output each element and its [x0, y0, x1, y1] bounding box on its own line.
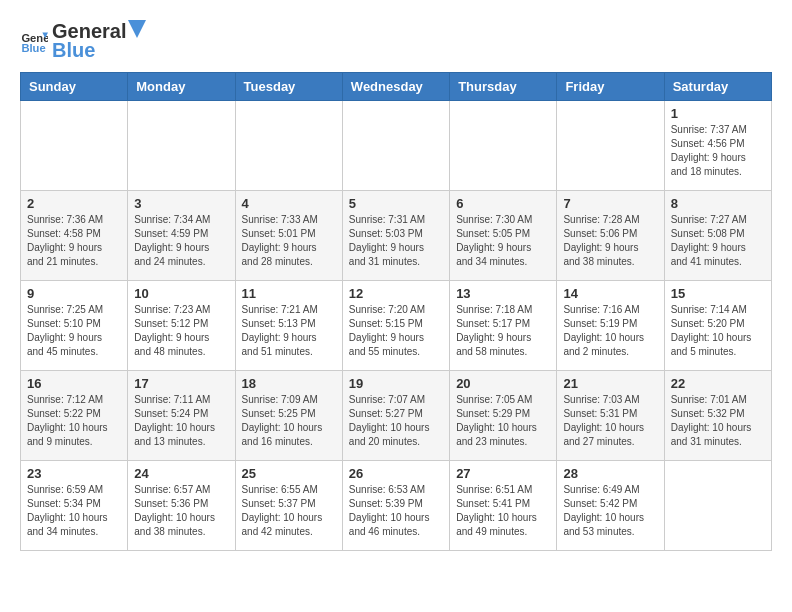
calendar-cell: 7Sunrise: 7:28 AM Sunset: 5:06 PM Daylig…: [557, 191, 664, 281]
day-info: Sunrise: 7:27 AM Sunset: 5:08 PM Dayligh…: [671, 213, 765, 269]
calendar-cell: 14Sunrise: 7:16 AM Sunset: 5:19 PM Dayli…: [557, 281, 664, 371]
calendar-cell: [342, 101, 449, 191]
day-number: 24: [134, 466, 228, 481]
day-info: Sunrise: 7:28 AM Sunset: 5:06 PM Dayligh…: [563, 213, 657, 269]
calendar-cell: 21Sunrise: 7:03 AM Sunset: 5:31 PM Dayli…: [557, 371, 664, 461]
day-info: Sunrise: 7:33 AM Sunset: 5:01 PM Dayligh…: [242, 213, 336, 269]
calendar-cell: 26Sunrise: 6:53 AM Sunset: 5:39 PM Dayli…: [342, 461, 449, 551]
calendar-cell: 6Sunrise: 7:30 AM Sunset: 5:05 PM Daylig…: [450, 191, 557, 281]
day-info: Sunrise: 6:51 AM Sunset: 5:41 PM Dayligh…: [456, 483, 550, 539]
day-info: Sunrise: 7:31 AM Sunset: 5:03 PM Dayligh…: [349, 213, 443, 269]
weekday-header-monday: Monday: [128, 73, 235, 101]
day-number: 21: [563, 376, 657, 391]
logo-triangle-icon: [128, 20, 146, 38]
weekday-header-friday: Friday: [557, 73, 664, 101]
day-info: Sunrise: 6:59 AM Sunset: 5:34 PM Dayligh…: [27, 483, 121, 539]
day-info: Sunrise: 7:20 AM Sunset: 5:15 PM Dayligh…: [349, 303, 443, 359]
day-number: 6: [456, 196, 550, 211]
day-number: 12: [349, 286, 443, 301]
calendar-cell: [21, 101, 128, 191]
calendar-week-1: 1Sunrise: 7:37 AM Sunset: 4:56 PM Daylig…: [21, 101, 772, 191]
calendar-cell: 13Sunrise: 7:18 AM Sunset: 5:17 PM Dayli…: [450, 281, 557, 371]
svg-marker-3: [128, 20, 146, 38]
calendar-cell: 27Sunrise: 6:51 AM Sunset: 5:41 PM Dayli…: [450, 461, 557, 551]
day-info: Sunrise: 7:11 AM Sunset: 5:24 PM Dayligh…: [134, 393, 228, 449]
day-number: 26: [349, 466, 443, 481]
day-info: Sunrise: 7:12 AM Sunset: 5:22 PM Dayligh…: [27, 393, 121, 449]
calendar-cell: [557, 101, 664, 191]
calendar-cell: [664, 461, 771, 551]
day-number: 4: [242, 196, 336, 211]
day-number: 3: [134, 196, 228, 211]
calendar-cell: 3Sunrise: 7:34 AM Sunset: 4:59 PM Daylig…: [128, 191, 235, 281]
weekday-header-saturday: Saturday: [664, 73, 771, 101]
day-info: Sunrise: 6:55 AM Sunset: 5:37 PM Dayligh…: [242, 483, 336, 539]
calendar-header-row: SundayMondayTuesdayWednesdayThursdayFrid…: [21, 73, 772, 101]
calendar-cell: 17Sunrise: 7:11 AM Sunset: 5:24 PM Dayli…: [128, 371, 235, 461]
calendar-cell: 4Sunrise: 7:33 AM Sunset: 5:01 PM Daylig…: [235, 191, 342, 281]
calendar-cell: 12Sunrise: 7:20 AM Sunset: 5:15 PM Dayli…: [342, 281, 449, 371]
calendar-week-5: 23Sunrise: 6:59 AM Sunset: 5:34 PM Dayli…: [21, 461, 772, 551]
day-info: Sunrise: 6:53 AM Sunset: 5:39 PM Dayligh…: [349, 483, 443, 539]
calendar-cell: 16Sunrise: 7:12 AM Sunset: 5:22 PM Dayli…: [21, 371, 128, 461]
day-number: 17: [134, 376, 228, 391]
calendar-week-3: 9Sunrise: 7:25 AM Sunset: 5:10 PM Daylig…: [21, 281, 772, 371]
day-info: Sunrise: 7:18 AM Sunset: 5:17 PM Dayligh…: [456, 303, 550, 359]
calendar-cell: 1Sunrise: 7:37 AM Sunset: 4:56 PM Daylig…: [664, 101, 771, 191]
day-info: Sunrise: 7:05 AM Sunset: 5:29 PM Dayligh…: [456, 393, 550, 449]
day-number: 10: [134, 286, 228, 301]
day-number: 1: [671, 106, 765, 121]
day-number: 5: [349, 196, 443, 211]
calendar-cell: [128, 101, 235, 191]
logo: General Blue General Blue: [20, 20, 146, 62]
day-number: 11: [242, 286, 336, 301]
day-info: Sunrise: 7:36 AM Sunset: 4:58 PM Dayligh…: [27, 213, 121, 269]
calendar-cell: 24Sunrise: 6:57 AM Sunset: 5:36 PM Dayli…: [128, 461, 235, 551]
day-info: Sunrise: 7:25 AM Sunset: 5:10 PM Dayligh…: [27, 303, 121, 359]
day-number: 25: [242, 466, 336, 481]
calendar-table: SundayMondayTuesdayWednesdayThursdayFrid…: [20, 72, 772, 551]
calendar-cell: 25Sunrise: 6:55 AM Sunset: 5:37 PM Dayli…: [235, 461, 342, 551]
calendar-cell: 8Sunrise: 7:27 AM Sunset: 5:08 PM Daylig…: [664, 191, 771, 281]
calendar-cell: 9Sunrise: 7:25 AM Sunset: 5:10 PM Daylig…: [21, 281, 128, 371]
calendar-week-2: 2Sunrise: 7:36 AM Sunset: 4:58 PM Daylig…: [21, 191, 772, 281]
day-number: 23: [27, 466, 121, 481]
day-number: 28: [563, 466, 657, 481]
day-info: Sunrise: 6:57 AM Sunset: 5:36 PM Dayligh…: [134, 483, 228, 539]
day-info: Sunrise: 7:01 AM Sunset: 5:32 PM Dayligh…: [671, 393, 765, 449]
day-info: Sunrise: 7:34 AM Sunset: 4:59 PM Dayligh…: [134, 213, 228, 269]
calendar-cell: 5Sunrise: 7:31 AM Sunset: 5:03 PM Daylig…: [342, 191, 449, 281]
day-info: Sunrise: 7:07 AM Sunset: 5:27 PM Dayligh…: [349, 393, 443, 449]
day-info: Sunrise: 6:49 AM Sunset: 5:42 PM Dayligh…: [563, 483, 657, 539]
weekday-header-sunday: Sunday: [21, 73, 128, 101]
calendar-cell: [235, 101, 342, 191]
day-info: Sunrise: 7:09 AM Sunset: 5:25 PM Dayligh…: [242, 393, 336, 449]
day-number: 27: [456, 466, 550, 481]
svg-text:Blue: Blue: [21, 42, 45, 54]
page-header: General Blue General Blue: [20, 20, 772, 62]
day-number: 16: [27, 376, 121, 391]
calendar-cell: 19Sunrise: 7:07 AM Sunset: 5:27 PM Dayli…: [342, 371, 449, 461]
day-info: Sunrise: 7:21 AM Sunset: 5:13 PM Dayligh…: [242, 303, 336, 359]
day-number: 22: [671, 376, 765, 391]
day-number: 20: [456, 376, 550, 391]
calendar-cell: 10Sunrise: 7:23 AM Sunset: 5:12 PM Dayli…: [128, 281, 235, 371]
calendar-cell: 28Sunrise: 6:49 AM Sunset: 5:42 PM Dayli…: [557, 461, 664, 551]
calendar-cell: 23Sunrise: 6:59 AM Sunset: 5:34 PM Dayli…: [21, 461, 128, 551]
day-number: 19: [349, 376, 443, 391]
calendar-cell: 15Sunrise: 7:14 AM Sunset: 5:20 PM Dayli…: [664, 281, 771, 371]
calendar-cell: 11Sunrise: 7:21 AM Sunset: 5:13 PM Dayli…: [235, 281, 342, 371]
weekday-header-thursday: Thursday: [450, 73, 557, 101]
day-number: 7: [563, 196, 657, 211]
day-number: 13: [456, 286, 550, 301]
day-info: Sunrise: 7:37 AM Sunset: 4:56 PM Dayligh…: [671, 123, 765, 179]
day-info: Sunrise: 7:30 AM Sunset: 5:05 PM Dayligh…: [456, 213, 550, 269]
day-number: 18: [242, 376, 336, 391]
day-number: 14: [563, 286, 657, 301]
calendar-cell: 20Sunrise: 7:05 AM Sunset: 5:29 PM Dayli…: [450, 371, 557, 461]
day-number: 2: [27, 196, 121, 211]
calendar-cell: 2Sunrise: 7:36 AM Sunset: 4:58 PM Daylig…: [21, 191, 128, 281]
day-number: 9: [27, 286, 121, 301]
calendar-cell: 22Sunrise: 7:01 AM Sunset: 5:32 PM Dayli…: [664, 371, 771, 461]
day-info: Sunrise: 7:14 AM Sunset: 5:20 PM Dayligh…: [671, 303, 765, 359]
